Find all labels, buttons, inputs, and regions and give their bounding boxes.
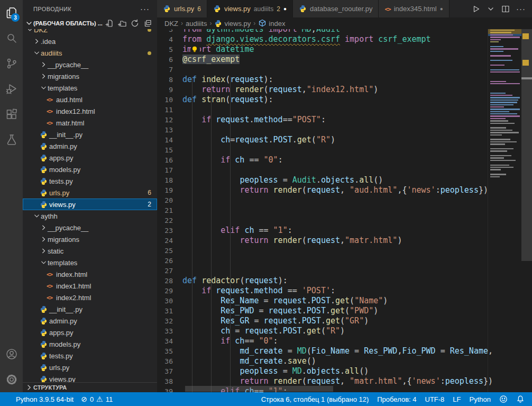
code-line[interactable]: 7 [157,65,488,75]
code-line[interactable]: 15 [157,145,488,155]
tree-item-__pycache__[interactable]: __pycache__ [23,222,157,233]
tree-item-matr.html[interactable]: <>matr.html [23,117,157,129]
tree-item-views.py[interactable]: views.py2 [23,199,157,210]
code-line[interactable]: 23 elif ch == "1": [157,225,488,236]
line-number[interactable]: 15 [157,145,182,155]
line-number[interactable]: 11 [157,105,182,115]
line-number[interactable]: 23 [157,225,182,236]
code-line[interactable]: 17 [157,165,488,175]
code-line[interactable]: 26 [157,256,488,266]
code-line[interactable]: 24 return render(request,"matr.html") [157,236,488,246]
line-number[interactable]: 26 [157,256,182,266]
line-number[interactable]: 21 [157,205,182,215]
code-line[interactable]: 4from django.views.decorators.csrf impor… [157,34,488,44]
status-encoding[interactable]: UTF-8 [425,395,445,403]
workspace-section-header[interactable]: (РАБОЧАЯ ОБЛАСТЬ) ... [23,17,157,29]
code-line[interactable]: 34 if ch== "0": [157,336,488,346]
code-line[interactable]: 10def stran(request): [157,95,488,105]
code-line[interactable]: 37 peopless = MD.objects.all() [157,366,488,376]
line-number[interactable]: 39 [157,386,182,392]
code-line[interactable]: 27 [157,266,488,276]
activity-item-settings[interactable] [0,367,23,392]
tree-item-index12.html[interactable]: <>index12.html [23,105,157,117]
line-number[interactable]: 27 [157,266,182,276]
line-number[interactable]: 13 [157,125,182,135]
tree-item-admin.py[interactable]: admin.py [23,140,157,152]
activity-item-search[interactable] [0,25,23,51]
code-line[interactable]: 35 md_create = MD(Fio_Name = Res_PWD,Fio… [157,346,488,356]
run-icon[interactable] [472,5,480,13]
code-line[interactable]: 3from aythh.models import MD,Audit [157,29,488,34]
tree-item-index.html[interactable]: <>index.html [23,268,157,280]
dirty-indicator-icon[interactable]: ● [283,6,287,12]
bell-icon[interactable] [516,395,525,403]
line-number[interactable]: 18 [157,175,182,185]
new-folder-icon[interactable] [118,19,126,28]
code-line[interactable]: 21 [157,205,488,215]
split-editor-icon[interactable] [501,5,510,13]
tree-item-models.py[interactable]: models.py [23,338,157,350]
code-line[interactable]: 33 ch = request.POST.get("R") [157,326,488,336]
tab-urls.py[interactable]: urls.py6 [157,0,207,17]
line-number[interactable]: 20 [157,195,182,205]
activity-item-source-control[interactable] [0,51,23,76]
tree-item-views.py[interactable]: views.py [23,373,157,382]
line-number[interactable]: 29 [157,286,182,296]
code-line[interactable]: 28def redactor(request): [157,276,488,286]
outline-section-header[interactable]: СТРУКТУРА [23,382,157,392]
code-line[interactable]: 25 [157,246,488,256]
code-line[interactable]: 20 [157,195,488,205]
tree-item-tests.py[interactable]: tests.py [23,350,157,362]
line-number[interactable]: 38 [157,376,182,386]
line-number[interactable]: 6 [157,55,182,65]
tree-item-templates[interactable]: templates [23,82,157,94]
line-number[interactable]: 37 [157,366,182,376]
code-line[interactable]: 13 [157,125,488,135]
code-line[interactable]: 19 return render(request, "aud.html",{'n… [157,185,488,195]
code-line[interactable]: 5import datetime [157,44,488,55]
line-number[interactable]: 14 [157,135,182,145]
tree-item-index1.html[interactable]: <>index1.html [23,280,157,292]
tree-item-tests.py[interactable]: tests.py [23,175,157,187]
feedback-icon[interactable] [499,395,508,403]
tree-item-admin.py[interactable]: admin.py [23,315,157,327]
editor[interactable]: 3from aythh.models import MD,Audit4from … [157,29,532,392]
line-number[interactable]: 35 [157,346,182,356]
tree-item-__init__.py[interactable]: __init__.py [23,303,157,315]
line-number[interactable]: 33 [157,326,182,336]
line-number[interactable]: 10 [157,95,182,105]
horizontal-scrollbar[interactable] [185,386,333,392]
line-number[interactable]: 17 [157,165,182,175]
tree-item-audiiits[interactable]: audiiits [23,47,157,59]
line-number[interactable]: 19 [157,185,182,195]
new-file-icon[interactable] [105,19,114,28]
activity-item-run-debug[interactable] [0,76,23,102]
code-line[interactable]: 38 return render(request, "matr.html",{'… [157,376,488,386]
tree-item-urls.py[interactable]: urls.py [23,362,157,373]
code-line[interactable]: 12 if request.method=="POST": [157,115,488,125]
line-number[interactable]: 25 [157,246,182,256]
lightbulb-icon[interactable] [191,45,200,53]
status-eol[interactable]: LF [453,395,461,403]
dirty-indicator-icon[interactable]: ● [440,6,443,12]
line-number[interactable]: 4 [157,34,182,44]
code-line[interactable]: 8def index(request): [157,75,488,85]
tree-item-aud.html[interactable]: <>aud.html [23,94,157,105]
code-line[interactable]: 36 md_create.save() [157,356,488,366]
line-number[interactable]: 34 [157,336,182,346]
tree-item-apps.py[interactable]: apps.py [23,152,157,164]
tab-database_roouter.py[interactable]: database_roouter.py [293,0,379,17]
line-number[interactable]: 16 [157,155,182,165]
code-area[interactable]: 3from aythh.models import MD,Audit4from … [157,29,488,392]
code-line[interactable]: 31 Res_PWD = request.POST.get("PWD") [157,306,488,316]
line-number[interactable]: 5 [157,44,182,55]
tree-item-templates[interactable]: templates [23,257,157,268]
collapse-all-icon[interactable] [143,19,152,28]
code-line[interactable]: 32 Res_GR = request.POST.get("GR") [157,316,488,326]
code-line[interactable]: 14 ch=request.POST.get("R") [157,135,488,145]
line-number[interactable]: 28 [157,276,182,286]
line-number[interactable]: 3 [157,29,182,34]
breadcrumb-audiiits[interactable]: audiiits [186,20,207,28]
activity-item-extensions[interactable] [0,102,23,127]
line-number[interactable]: 32 [157,316,182,326]
